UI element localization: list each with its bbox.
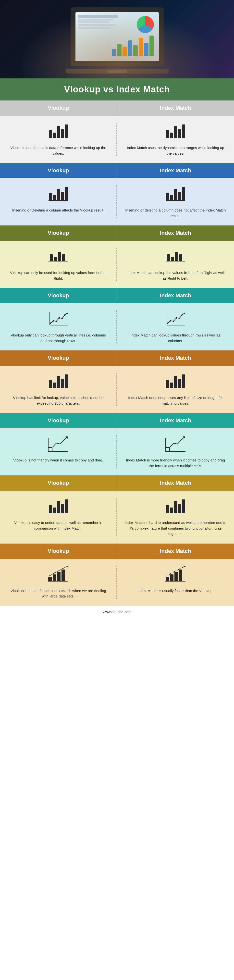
section-3-right-icon — [164, 247, 186, 266]
section-2-right-header: Index Match — [117, 163, 234, 178]
section-8-right-icon — [164, 565, 186, 584]
svg-rect-20 — [170, 195, 173, 200]
section-header-5: VlookupIndex Match — [0, 350, 234, 366]
svg-rect-61 — [174, 376, 177, 388]
svg-rect-21 — [174, 189, 177, 200]
svg-rect-10 — [178, 129, 181, 138]
section-content-7: Vlookup is easy to understand as well as… — [0, 491, 234, 544]
section-7-left-header: Vlookup — [0, 476, 117, 491]
section-1: VlookupIndex Match Vlookup uses the stat… — [0, 100, 234, 163]
svg-rect-82 — [178, 504, 181, 513]
section-content-8: Vlookup is not as fast as Index Match wh… — [0, 559, 234, 606]
svg-rect-55 — [57, 376, 60, 388]
section-4-right-header: Index Match — [117, 288, 234, 303]
svg-rect-11 — [182, 124, 185, 138]
svg-rect-86 — [57, 572, 60, 581]
hands-overlay — [0, 0, 234, 78]
section-3-right-header: Index Match — [117, 226, 234, 241]
section-3-left-text: Vlookup can only be used for looking up … — [7, 270, 109, 281]
svg-rect-73 — [49, 505, 52, 513]
section-5-left-icon — [47, 372, 69, 391]
svg-rect-26 — [54, 257, 57, 261]
footer-url: www.educba.com — [103, 610, 132, 614]
section-2: VlookupIndex Match Inserting or Deleting… — [0, 163, 234, 226]
section-4-left-header: Vlookup — [0, 288, 117, 303]
section-6-right-icon — [164, 434, 186, 453]
section-2-left-icon — [47, 184, 69, 204]
section-8-left-icon — [47, 565, 69, 584]
svg-rect-19 — [166, 192, 169, 200]
svg-rect-4 — [61, 129, 64, 138]
section-4-left-text: Vlookup only can lookup through vertical… — [7, 332, 109, 344]
svg-rect-80 — [170, 508, 173, 513]
section-8-right-cell: Index Match is usually faster than the V… — [117, 559, 234, 606]
svg-point-40 — [62, 318, 63, 319]
section-6-left-icon — [47, 434, 69, 453]
section-2-left-text: Inserting or Deleting a column affects t… — [12, 208, 104, 213]
svg-rect-25 — [50, 255, 53, 261]
section-7-right-text: Index Match is hard to understand as wel… — [124, 520, 227, 537]
section-3-right-cell: Index Match can lookup the values from L… — [117, 241, 234, 288]
svg-point-47 — [173, 321, 174, 322]
section-content-2: Inserting or Deleting a column affects t… — [0, 178, 234, 226]
section-6-left-text: Vlookup is not friendly when it comes to… — [13, 458, 103, 463]
svg-rect-93 — [179, 570, 182, 581]
section-7: VlookupIndex Match Vlookup is easy to un… — [0, 476, 234, 544]
section-2-right-text: Inserting or deleting a column does not … — [124, 208, 227, 219]
section-7-left-text: Vlookup is easy to understand as well as… — [7, 520, 109, 531]
svg-point-95 — [184, 566, 185, 567]
section-4-left-icon — [47, 309, 69, 329]
section-content-6: Vlookup is not friendly when it comes to… — [0, 428, 234, 476]
section-8-right-text: Index Match is usually faster than the V… — [137, 588, 213, 594]
section-5-left-header: Vlookup — [0, 350, 117, 366]
section-3-left-header: Vlookup — [0, 226, 117, 241]
section-6-left-header: Vlookup — [0, 413, 117, 428]
section-header-2: VlookupIndex Match — [0, 163, 234, 178]
svg-rect-63 — [182, 374, 185, 388]
svg-point-41 — [64, 314, 66, 315]
section-4-right-icon — [164, 309, 186, 329]
section-6-left-cell: Vlookup is not friendly when it comes to… — [0, 428, 117, 476]
section-7-right-icon — [164, 496, 186, 516]
svg-rect-56 — [61, 379, 64, 388]
svg-rect-68 — [166, 447, 170, 452]
section-content-3: Vlookup can only be used for looking up … — [0, 241, 234, 288]
section-5-left-text: Vlookup has limit for lookup, value size… — [7, 395, 109, 406]
svg-rect-77 — [65, 500, 68, 513]
svg-rect-90 — [166, 577, 169, 581]
svg-rect-59 — [166, 380, 169, 388]
svg-rect-74 — [53, 508, 56, 513]
svg-point-89 — [67, 566, 68, 567]
sections-container: VlookupIndex Match Vlookup uses the stat… — [0, 100, 234, 606]
svg-rect-23 — [182, 187, 185, 200]
svg-rect-28 — [62, 255, 65, 261]
section-1-right-header: Index Match — [117, 100, 234, 116]
section-7-left-icon — [47, 496, 69, 516]
svg-rect-33 — [179, 255, 182, 261]
section-5-right-cell: Index Match does not posses any limit of… — [117, 366, 234, 413]
section-8: VlookupIndex Match Vlookup is not as fas… — [0, 544, 234, 606]
section-1-left-text: Vlookup uses the static data reference w… — [7, 145, 109, 156]
section-8-right-header: Index Match — [117, 544, 234, 559]
section-4-right-cell: Index Match can lookup values through ro… — [117, 303, 234, 350]
section-2-right-cell: Inserting or deleting a column does not … — [117, 178, 234, 226]
section-content-4: Vlookup only can lookup through vertical… — [0, 303, 234, 350]
section-3-left-icon — [47, 247, 69, 266]
section-1-left-icon — [47, 122, 69, 141]
svg-rect-9 — [174, 126, 177, 138]
section-content-5: Vlookup has limit for lookup, value size… — [0, 366, 234, 413]
section-5-left-cell: Vlookup has limit for lookup, value size… — [0, 366, 117, 413]
section-header-1: VlookupIndex Match — [0, 100, 234, 116]
section-7-left-cell: Vlookup is easy to understand as well as… — [0, 491, 117, 544]
section-7-right-header: Index Match — [117, 476, 234, 491]
section-5-right-icon — [164, 372, 186, 391]
section-5: VlookupIndex Match Vlookup has limit for… — [0, 350, 234, 413]
section-header-8: VlookupIndex Match — [0, 544, 234, 559]
svg-rect-32 — [175, 252, 178, 261]
svg-rect-85 — [53, 574, 56, 581]
svg-rect-7 — [166, 130, 169, 138]
svg-rect-13 — [49, 192, 52, 200]
svg-point-49 — [178, 318, 180, 319]
section-6-right-header: Index Match — [117, 413, 234, 428]
section-1-left-cell: Vlookup uses the static data reference w… — [0, 116, 117, 163]
